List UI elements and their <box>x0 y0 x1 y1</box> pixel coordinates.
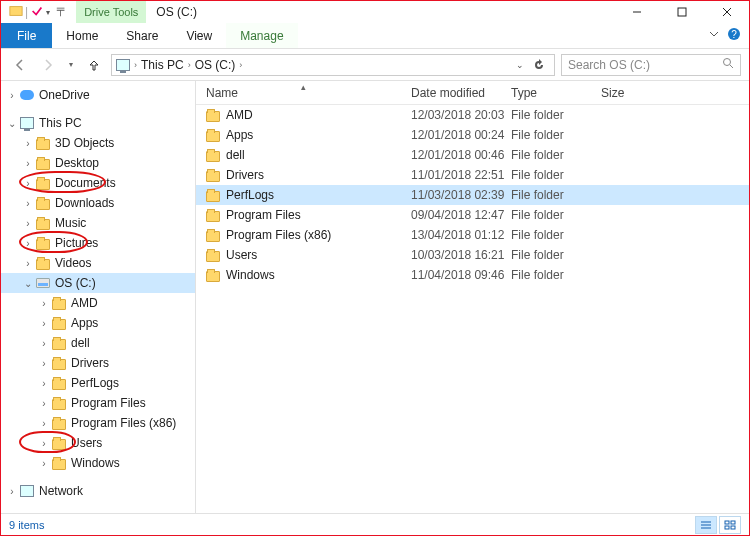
qat-overflow[interactable]: 〒 <box>56 4 68 21</box>
window-title: OS (C:) <box>146 1 207 23</box>
tree-item[interactable]: ›Videos <box>1 253 195 273</box>
search-icon[interactable] <box>722 57 734 72</box>
table-row[interactable]: AMD12/03/2018 20:03File folder <box>196 105 749 125</box>
file-type: File folder <box>511 168 601 182</box>
tree-item[interactable]: ›AMD <box>1 293 195 313</box>
file-date: 11/03/2018 02:39 <box>411 188 511 202</box>
tree-twisty-icon[interactable]: › <box>37 358 51 369</box>
refresh-button[interactable] <box>528 59 550 71</box>
tree-item[interactable]: ›Pictures <box>1 233 195 253</box>
tree-twisty-icon[interactable]: › <box>37 458 51 469</box>
tree-twisty-icon[interactable]: › <box>21 178 35 189</box>
tree-item[interactable]: ›Windows <box>1 453 195 473</box>
tree-twisty-icon[interactable]: ⌄ <box>21 278 35 289</box>
chevron-right-icon[interactable]: › <box>188 60 191 70</box>
nav-recent-dropdown[interactable]: ▾ <box>65 54 77 76</box>
tree-twisty-icon[interactable]: › <box>21 258 35 269</box>
tree-item[interactable]: ⌄OS (C:) <box>1 273 195 293</box>
file-type: File folder <box>511 188 601 202</box>
table-row[interactable]: Program Files (x86)13/04/2018 01:12File … <box>196 225 749 245</box>
maximize-button[interactable] <box>659 1 704 23</box>
tree-item-icon <box>51 295 67 311</box>
table-row[interactable]: PerfLogs11/03/2018 02:39File folder <box>196 185 749 205</box>
tree-item-label: Desktop <box>55 156 99 170</box>
table-row[interactable]: Windows11/04/2018 09:46File folder <box>196 265 749 285</box>
address-dropdown-icon[interactable]: ⌄ <box>516 60 524 70</box>
table-row[interactable]: Users10/03/2018 16:21File folder <box>196 245 749 265</box>
tree-item[interactable]: ›Music <box>1 213 195 233</box>
view-thumbnails-button[interactable] <box>719 516 741 534</box>
tree-item[interactable]: ›Program Files (x86) <box>1 413 195 433</box>
tree-twisty-icon[interactable]: › <box>37 378 51 389</box>
column-size[interactable]: Size <box>601 86 661 100</box>
quick-access-toolbar: | ▾ 〒 <box>5 2 72 22</box>
tree-item[interactable]: ›Apps <box>1 313 195 333</box>
tree-twisty-icon[interactable]: › <box>5 90 19 101</box>
tree-twisty-icon[interactable]: › <box>37 438 51 449</box>
tree-item[interactable]: ›dell <box>1 333 195 353</box>
tree-item[interactable]: ›OneDrive <box>1 85 195 105</box>
tree-twisty-icon[interactable]: ⌄ <box>5 118 19 129</box>
table-row[interactable]: dell12/01/2018 00:46File folder <box>196 145 749 165</box>
tree-twisty-icon[interactable]: › <box>21 238 35 249</box>
tab-home[interactable]: Home <box>52 23 112 48</box>
tree-item-icon <box>35 155 51 171</box>
nav-forward-button[interactable] <box>37 54 59 76</box>
close-button[interactable] <box>704 1 749 23</box>
tree-item[interactable]: ›Users <box>1 433 195 453</box>
tab-view[interactable]: View <box>172 23 226 48</box>
navigation-tree[interactable]: ›OneDrive⌄This PC›3D Objects›Desktop›Doc… <box>1 81 196 513</box>
tree-twisty-icon[interactable]: › <box>21 158 35 169</box>
tree-twisty-icon[interactable]: › <box>21 198 35 209</box>
nav-back-button[interactable] <box>9 54 31 76</box>
address-bar[interactable]: › This PC › OS (C:) › ⌄ <box>111 54 555 76</box>
table-row[interactable]: Apps12/01/2018 00:24File folder <box>196 125 749 145</box>
navigation-bar: ▾ › This PC › OS (C:) › ⌄ Search OS (C:) <box>1 49 749 81</box>
tree-item[interactable]: ›Program Files <box>1 393 195 413</box>
chevron-right-icon[interactable]: › <box>239 60 242 70</box>
qat-check-icon[interactable] <box>30 4 44 21</box>
tree-twisty-icon[interactable]: › <box>21 218 35 229</box>
tree-item[interactable]: ⌄This PC <box>1 113 195 133</box>
nav-up-button[interactable] <box>83 54 105 76</box>
tab-share[interactable]: Share <box>112 23 172 48</box>
tree-item[interactable]: ›Documents <box>1 173 195 193</box>
tree-item[interactable]: ›Network <box>1 481 195 501</box>
column-name[interactable]: Name <box>206 86 411 100</box>
breadcrumb-location[interactable]: OS (C:) <box>195 58 236 72</box>
tree-twisty-icon[interactable]: › <box>37 338 51 349</box>
ribbon-expand-icon[interactable] <box>707 27 721 44</box>
tree-twisty-icon[interactable]: › <box>37 418 51 429</box>
search-box[interactable]: Search OS (C:) <box>561 54 741 76</box>
tab-file[interactable]: File <box>1 23 52 48</box>
minimize-button[interactable] <box>614 1 659 23</box>
table-row[interactable]: Drivers11/01/2018 22:51File folder <box>196 165 749 185</box>
tree-item[interactable]: ›Downloads <box>1 193 195 213</box>
breadcrumb-root[interactable]: This PC <box>141 58 184 72</box>
tree-item-icon <box>35 275 51 291</box>
tree-twisty-icon[interactable]: › <box>21 138 35 149</box>
tree-twisty-icon[interactable]: › <box>37 318 51 329</box>
tree-twisty-icon[interactable]: › <box>37 298 51 309</box>
tree-item-icon <box>19 483 35 499</box>
file-type: File folder <box>511 128 601 142</box>
svg-rect-2 <box>678 8 686 16</box>
breadcrumb-pc-icon[interactable] <box>116 59 130 71</box>
qat-dropdown-icon[interactable]: ▾ <box>46 8 50 17</box>
tree-twisty-icon[interactable]: › <box>37 398 51 409</box>
column-type[interactable]: Type <box>511 86 601 100</box>
tab-manage[interactable]: Manage <box>226 23 297 48</box>
help-icon[interactable]: ? <box>727 27 741 44</box>
chevron-right-icon[interactable]: › <box>134 60 137 70</box>
tree-twisty-icon[interactable]: › <box>5 486 19 497</box>
file-list[interactable]: AMD12/03/2018 20:03File folderApps12/01/… <box>196 105 749 513</box>
tree-item-label: Drivers <box>71 356 109 370</box>
column-date[interactable]: Date modified <box>411 86 511 100</box>
tree-item[interactable]: ›PerfLogs <box>1 373 195 393</box>
tree-item[interactable]: ›3D Objects <box>1 133 195 153</box>
view-details-button[interactable] <box>695 516 717 534</box>
drive-tools-tab[interactable]: Drive Tools <box>76 1 146 23</box>
table-row[interactable]: Program Files09/04/2018 12:47File folder <box>196 205 749 225</box>
tree-item[interactable]: ›Drivers <box>1 353 195 373</box>
tree-item[interactable]: ›Desktop <box>1 153 195 173</box>
